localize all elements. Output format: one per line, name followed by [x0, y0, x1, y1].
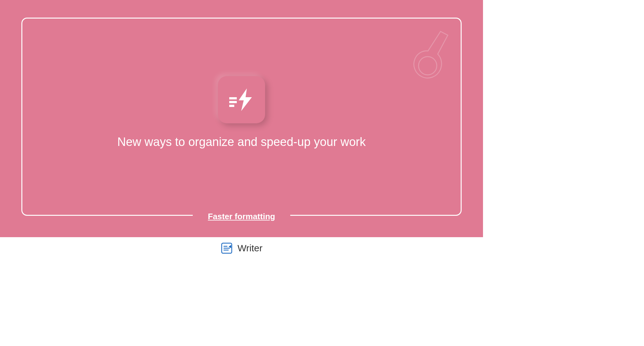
hero-tagline: New ways to organize and speed-up your w…: [117, 135, 366, 149]
hero-banner: New ways to organize and speed-up your w…: [0, 0, 483, 237]
footer-bar: Writer: [0, 237, 483, 259]
footer-app-label: Writer: [237, 243, 262, 254]
writer-app-icon: [220, 242, 233, 254]
hero-subtitle: Faster formatting: [208, 212, 275, 221]
formatting-bolt-icon: [218, 76, 265, 123]
svg-rect-0: [229, 97, 237, 99]
svg-rect-2: [229, 105, 234, 107]
svg-rect-1: [229, 101, 237, 103]
version-six-watermark: [411, 28, 452, 82]
